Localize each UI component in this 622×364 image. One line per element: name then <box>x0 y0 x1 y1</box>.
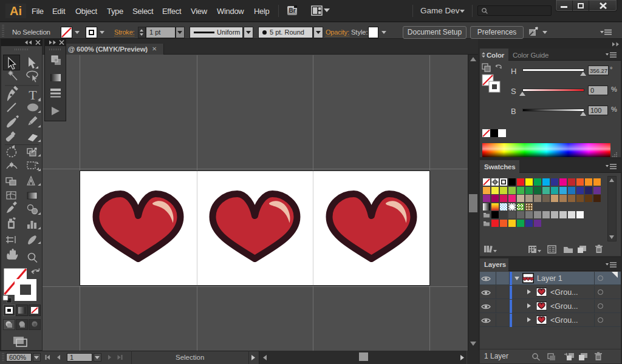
svg-text:T: T <box>29 87 37 103</box>
